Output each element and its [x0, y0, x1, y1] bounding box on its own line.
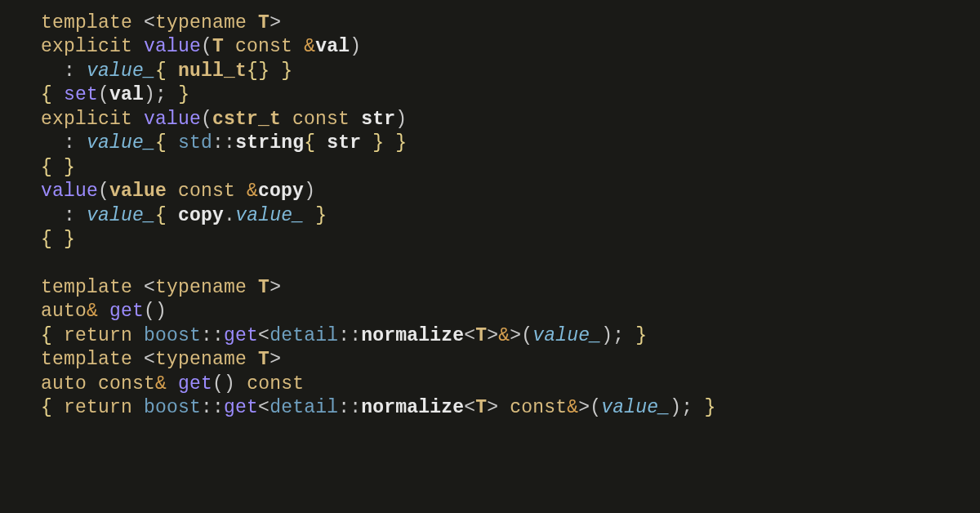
field-value: value_ — [601, 397, 670, 418]
field-value: value_ — [87, 60, 155, 82]
type-null_t: null_t — [178, 60, 247, 82]
brace-open: { — [41, 325, 52, 346]
field-value: value_ — [87, 205, 155, 226]
kw-template: template — [41, 349, 132, 370]
brace-open: { — [155, 205, 167, 226]
kw-template: template — [41, 12, 132, 33]
type-T: T — [258, 349, 270, 370]
fn-set: set — [64, 84, 98, 105]
semicolon: ; — [681, 397, 693, 418]
kw-template: template — [41, 277, 132, 298]
angle-close: > — [270, 12, 281, 33]
colon: : — [64, 132, 75, 154]
paren-open: ( — [201, 109, 212, 130]
brace-close: } — [281, 60, 292, 82]
type-T: T — [475, 397, 487, 418]
semicolon: ; — [612, 325, 624, 346]
amp: & — [87, 301, 98, 322]
type-T: T — [475, 325, 487, 346]
brace-close: } — [64, 229, 75, 250]
type-string: string — [235, 132, 304, 154]
paren-open: ( — [98, 181, 109, 202]
paren-close: ) — [155, 301, 167, 322]
paren-close: ) — [670, 397, 681, 418]
kw-typename: typename — [155, 277, 247, 298]
type-normalize: normalize — [361, 325, 464, 346]
kw-typename: typename — [155, 349, 247, 370]
kw-explicit: explicit — [41, 36, 132, 57]
brace-open: { — [155, 60, 167, 82]
brace-close: } — [372, 132, 384, 154]
paren-close: ) — [224, 373, 235, 395]
amp: & — [304, 36, 315, 57]
angle-open: < — [144, 349, 155, 370]
angle-close: > — [270, 349, 281, 370]
paren-close: ) — [601, 325, 612, 346]
paren-open: ( — [521, 325, 532, 346]
angle-close: > — [487, 325, 498, 346]
brace-open: { — [247, 60, 258, 82]
kw-return: return — [64, 325, 132, 346]
angle-close: > — [270, 277, 281, 298]
code-block: template <typename T> explicit value(T c… — [0, 0, 980, 420]
kw-const: const — [292, 109, 350, 130]
fn-value: value — [144, 36, 201, 57]
kw-auto: auto — [41, 373, 87, 395]
angle-open: < — [464, 397, 475, 418]
fn-get: get — [178, 373, 212, 395]
ns-boost: boost — [144, 397, 201, 418]
type-T: T — [258, 277, 270, 298]
colon: : — [64, 205, 75, 226]
type-T: T — [258, 12, 270, 33]
brace-close: } — [178, 84, 189, 105]
brace-open: { — [41, 84, 52, 105]
paren-open: ( — [201, 36, 212, 57]
angle-open: < — [258, 397, 270, 418]
amp: & — [155, 373, 167, 395]
dcolon: :: — [212, 132, 235, 154]
brace-open: { — [41, 397, 52, 418]
kw-const: const — [510, 397, 567, 418]
fn-get: get — [224, 325, 258, 346]
param-copy: copy — [258, 181, 304, 202]
kw-const: const — [235, 36, 292, 57]
dot: . — [224, 205, 235, 226]
field-value: value_ — [235, 205, 304, 226]
angle-open: < — [144, 12, 155, 33]
angle-open: < — [144, 277, 155, 298]
paren-close: ) — [304, 181, 315, 202]
fn-get: get — [224, 397, 258, 418]
dcolon: :: — [201, 397, 224, 418]
angle-close: > — [578, 397, 590, 418]
kw-auto: auto — [41, 301, 87, 322]
brace-close: } — [64, 157, 75, 178]
type-cstr_t: cstr_t — [212, 109, 281, 130]
fn-value: value — [144, 109, 201, 130]
angle-close: > — [487, 397, 498, 418]
brace-close: } — [395, 132, 407, 154]
paren-close: ) — [144, 84, 155, 105]
dcolon: :: — [338, 397, 361, 418]
kw-const: const — [178, 181, 235, 202]
brace-close: } — [315, 205, 327, 226]
fn-get: get — [109, 301, 144, 322]
kw-typename: typename — [155, 12, 247, 33]
amp: & — [498, 325, 510, 346]
type-value: value — [109, 181, 167, 202]
brace-close: } — [635, 325, 647, 346]
paren-open: ( — [212, 373, 224, 395]
arg-val: val — [109, 84, 144, 105]
brace-open: { — [155, 132, 167, 154]
kw-explicit: explicit — [41, 109, 132, 130]
ns-detail: detail — [270, 325, 338, 346]
type-T: T — [212, 36, 224, 57]
semicolon: ; — [155, 84, 167, 105]
field-value: value_ — [532, 325, 601, 346]
angle-open: < — [258, 325, 270, 346]
param-str: str — [361, 109, 395, 130]
paren-close: ) — [350, 36, 361, 57]
type-normalize: normalize — [361, 397, 464, 418]
paren-open: ( — [98, 84, 109, 105]
ns-detail: detail — [270, 397, 338, 418]
field-value: value_ — [87, 132, 155, 154]
